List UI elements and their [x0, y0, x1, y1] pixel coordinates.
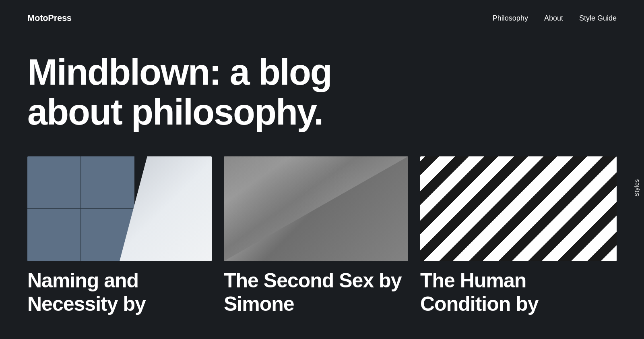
- card-image-1-inner: [27, 156, 212, 261]
- nav-style-guide[interactable]: Style Guide: [579, 14, 617, 23]
- blog-card-3[interactable]: The Human Condition by: [420, 156, 617, 316]
- blog-card-1[interactable]: Naming and Necessity by: [27, 156, 224, 316]
- card-image-3: [420, 156, 617, 261]
- nav-philosophy[interactable]: Philosophy: [493, 14, 528, 23]
- hero-section: Mindblown: a blog about philosophy.: [0, 36, 644, 152]
- card-image-2-inner: [224, 156, 408, 261]
- card-image-1: [27, 156, 212, 261]
- grid-cell: [81, 156, 134, 208]
- nav-about[interactable]: About: [544, 14, 563, 23]
- main-nav: Philosophy About Style Guide: [493, 14, 617, 23]
- blog-cards-grid: Naming and Necessity by The Second Sex b…: [0, 156, 644, 316]
- site-logo[interactable]: MotoPress: [27, 13, 72, 23]
- card-title-1: Naming and Necessity by: [27, 269, 212, 316]
- card-title-3: The Human Condition by: [420, 269, 617, 316]
- grid-cell: [27, 156, 80, 208]
- styles-sidebar-button[interactable]: Styles: [629, 173, 644, 202]
- site-header: MotoPress Philosophy About Style Guide: [0, 0, 644, 36]
- card-2-diagonal: [224, 156, 408, 261]
- card-image-3-inner: [420, 156, 617, 261]
- grid-cell: [27, 209, 80, 261]
- hero-title: Mindblown: a blog about philosophy.: [27, 52, 390, 132]
- card-title-2: The Second Sex by Simone: [224, 269, 408, 316]
- card-1-grid-panel: [27, 156, 134, 261]
- blog-card-2[interactable]: The Second Sex by Simone: [224, 156, 420, 316]
- card-image-2: [224, 156, 408, 261]
